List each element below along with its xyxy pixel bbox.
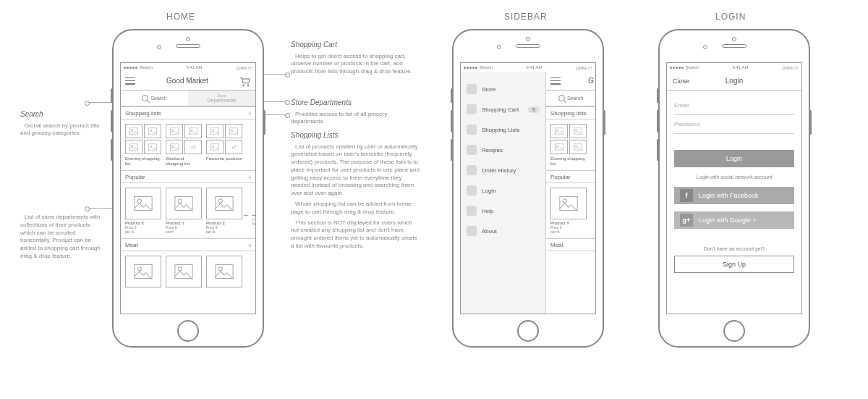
- password-field[interactable]: Password: [674, 115, 794, 134]
- recipes-icon: [467, 145, 477, 155]
- svg-point-25: [178, 199, 182, 203]
- tab-search[interactable]: Search: [546, 91, 595, 106]
- cart-icon[interactable]: [239, 77, 251, 85]
- status-bar: Sketch 9:41 AM 100% ▭: [667, 63, 801, 72]
- drag-hand-icon: ☟: [251, 217, 255, 230]
- chevron-right-icon: ›: [249, 109, 251, 117]
- signup-button[interactable]: Sign Up: [674, 256, 794, 273]
- status-bar: Sketch 9:41 AM 100% ▭: [461, 63, 595, 72]
- facebook-icon: f: [680, 189, 693, 202]
- list-item[interactable]: +3 Weekend shopping list: [166, 124, 202, 166]
- sidebar-item-recipes[interactable]: Recipes: [461, 140, 545, 160]
- annotation-cart: Shopping Cart Helps to get direct access…: [291, 40, 414, 76]
- svg-point-29: [137, 267, 141, 271]
- phone-sidebar: Sketch 9:41 AM 100% ▭ Store Shopping Car…: [452, 29, 604, 348]
- content-behind-sidebar: G Search Shopping lists Evening shopping…: [546, 72, 595, 314]
- svg-point-23: [137, 199, 141, 203]
- home-button[interactable]: [723, 320, 745, 342]
- store-icon: [467, 84, 477, 94]
- home-button[interactable]: [177, 320, 199, 342]
- sidebar-item-about[interactable]: About: [461, 221, 545, 241]
- section-meat[interactable]: Meat›: [121, 238, 255, 251]
- login-facebook-button[interactable]: fLogin with Facebook: [674, 187, 794, 204]
- tab-search[interactable]: Search: [121, 91, 188, 106]
- phone-login: Sketch 9:41 AM 100% ▭ Close Login Email …: [658, 29, 810, 348]
- sidebar-item-lists[interactable]: Shopping Lists: [461, 119, 545, 140]
- sidebar-item-store[interactable]: Store: [461, 79, 545, 99]
- annotation-lists: Shopping Lists List of products created …: [291, 130, 420, 251]
- menu-icon[interactable]: [550, 77, 561, 85]
- heading-home: HOME: [166, 12, 195, 22]
- popular-row[interactable]: Product XPrice 5per lb Product YPrice 6e…: [121, 183, 255, 238]
- tab-departments[interactable]: StoreDepartments: [188, 91, 255, 106]
- sidebar-menu: Store Shopping Cart5 Shopping Lists Reci…: [461, 72, 546, 314]
- close-button[interactable]: Close: [673, 77, 689, 85]
- login-google-button[interactable]: g+Login with Google +: [674, 211, 794, 229]
- search-icon: [142, 95, 148, 101]
- svg-point-33: [218, 267, 222, 271]
- app-title: Good Market: [166, 77, 208, 85]
- phone-home: Sketch 9:41 AM 100% ▭ Good Market Search…: [112, 29, 264, 348]
- social-caption: Login with social network account: [667, 175, 801, 180]
- login-button[interactable]: Login: [674, 150, 794, 167]
- cart-icon: [467, 104, 477, 114]
- annotation-departments: Store Departments Provides access to lis…: [291, 98, 414, 126]
- annotation-dept-list: List of store departments with collectio…: [20, 214, 103, 261]
- sidebar-item-cart[interactable]: Shopping Cart5: [461, 99, 545, 119]
- about-icon: [467, 226, 477, 236]
- heading-login: LOGIN: [715, 12, 746, 22]
- svg-point-0: [243, 84, 244, 85]
- svg-point-31: [178, 267, 182, 271]
- login-icon: [467, 185, 477, 196]
- svg-point-1: [247, 84, 249, 85]
- product-card[interactable]: Product ZPrice 9per lb: [206, 188, 242, 234]
- list-item[interactable]: +7 Favourite products: [206, 124, 242, 166]
- heading-sidebar: SIDEBAR: [504, 12, 548, 22]
- meat-row[interactable]: [121, 251, 255, 292]
- search-icon: [558, 95, 565, 101]
- sidebar-item-help[interactable]: Help: [461, 201, 545, 221]
- svg-point-27: [218, 199, 222, 203]
- chevron-right-icon: ›: [249, 173, 251, 181]
- google-plus-icon: g+: [680, 214, 693, 227]
- signup-caption: Don't have an account yet?: [667, 246, 801, 251]
- section-shopping-lists[interactable]: Shopping lists›: [121, 106, 255, 119]
- product-card[interactable]: Product XPrice 5per lb: [125, 188, 161, 234]
- menu-icon[interactable]: [125, 77, 135, 85]
- home-button[interactable]: [517, 320, 539, 342]
- status-bar: Sketch 9:41 AM 100% ▭: [121, 63, 255, 72]
- list-icon: [467, 125, 477, 135]
- page-title: Login: [726, 77, 743, 85]
- product-card[interactable]: Product YPrice 6each: [166, 188, 202, 234]
- annotation-search: Search Global search by product title an…: [20, 109, 100, 138]
- history-icon: [467, 165, 477, 175]
- sidebar-item-orders[interactable]: Order History: [461, 160, 545, 180]
- sidebar-item-login[interactable]: Login: [461, 180, 545, 201]
- section-popular[interactable]: Popular›: [121, 170, 255, 183]
- cart-badge: 5: [528, 106, 540, 113]
- help-icon: [467, 206, 477, 216]
- email-field[interactable]: Email: [674, 96, 794, 115]
- chevron-right-icon: ›: [249, 241, 251, 249]
- list-item[interactable]: Evening shopping list: [125, 124, 161, 166]
- shopping-lists-row[interactable]: Evening shopping list +3 Weekend shoppin…: [121, 119, 255, 170]
- svg-point-43: [563, 199, 566, 203]
